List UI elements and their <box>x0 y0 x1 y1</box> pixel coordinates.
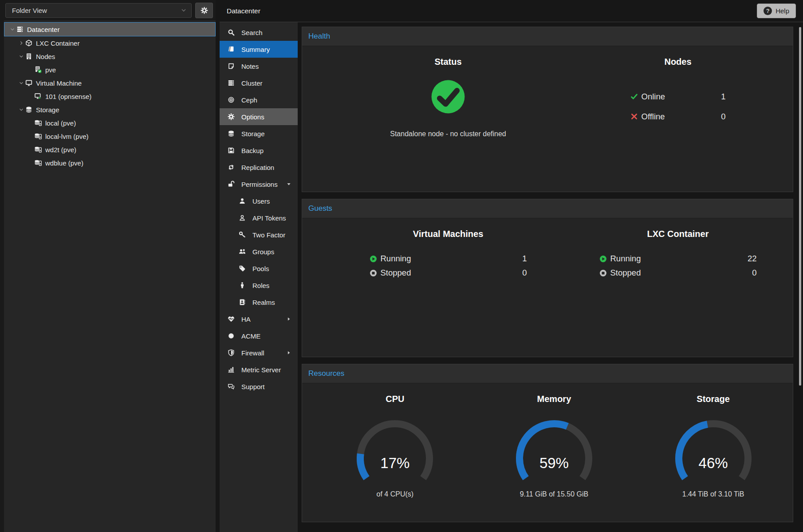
key-icon <box>239 231 246 238</box>
nav-item-pools[interactable]: Pools <box>220 260 298 277</box>
nav-item-search[interactable]: Search <box>220 24 298 41</box>
nav-item-summary[interactable]: Summary <box>220 41 298 58</box>
section-nav: SearchSummaryNotesClusterCephOptionsStor… <box>220 22 298 532</box>
gauge-percent: 59% <box>510 455 598 472</box>
nav-item-label: Two Factor <box>252 231 285 239</box>
nav-item-label: Backup <box>241 147 264 154</box>
cluster-icon <box>228 79 235 87</box>
caret-right-icon[interactable] <box>286 350 291 355</box>
nav-item-label: Permissions <box>241 181 278 188</box>
vm-stopped-row: Stopped 0 <box>370 266 527 280</box>
nav-item-acme[interactable]: ACME <box>220 327 298 344</box>
nav-item-notes[interactable]: Notes <box>220 58 298 75</box>
help-button-label: Help <box>775 7 789 15</box>
tree-node-local-lvm-pve[interactable]: local-lvm (pve) <box>4 130 216 143</box>
nav-item-groups[interactable]: Groups <box>220 243 298 260</box>
nav-item-two-factor[interactable]: Two Factor <box>220 226 298 243</box>
nav-item-metric-server[interactable]: Metric Server <box>220 361 298 378</box>
tree-node-storage[interactable]: Storage <box>4 103 216 116</box>
tree-node-pve[interactable]: pve <box>4 63 216 76</box>
help-button[interactable]: ? Help <box>757 4 796 18</box>
tree-node-lxc-container[interactable]: LXC Container <box>4 36 216 50</box>
chevron-down-icon[interactable] <box>17 107 25 112</box>
nav-item-backup[interactable]: Backup <box>220 142 298 159</box>
nav-item-label: Groups <box>252 248 274 256</box>
gauge-storage: Storage46%1.44 TiB of 3.10 TiB <box>634 383 793 498</box>
content-header: Datacenter ? Help <box>220 0 803 22</box>
nodes-title: Nodes <box>563 57 793 67</box>
chevron-down-icon[interactable] <box>17 54 25 59</box>
nav-item-label: API Tokens <box>252 214 286 222</box>
tree-node-local-pve[interactable]: local (pve) <box>4 116 216 130</box>
vm-title: Virtual Machines <box>333 229 563 239</box>
nav-item-firewall[interactable]: Firewall <box>220 344 298 361</box>
gauge-percent: 17% <box>350 455 439 472</box>
gauge-arc <box>350 416 439 483</box>
caret-down-icon[interactable] <box>286 181 291 187</box>
status-message: Standalone node - no cluster defined <box>333 130 563 138</box>
nav-item-cluster[interactable]: Cluster <box>220 75 298 91</box>
note-icon <box>228 63 235 70</box>
nav-item-api-tokens[interactable]: API Tokens <box>220 209 298 226</box>
address-book-icon <box>239 299 246 306</box>
nav-item-label: Support <box>241 383 265 390</box>
ceph-icon <box>228 96 235 103</box>
view-mode-select[interactable]: Folder View <box>5 3 192 18</box>
gauge-caption: 9.11 GiB of 15.50 GiB <box>520 490 588 498</box>
gauge-arc <box>510 416 598 483</box>
question-circle-icon: ? <box>764 7 772 15</box>
tree-node-label: local (pve) <box>45 119 76 127</box>
status-title: Status <box>333 57 563 67</box>
chevron-down-icon[interactable] <box>8 27 16 32</box>
lxc-running-row: Running 22 <box>599 252 757 266</box>
tree-node-datacenter[interactable]: Datacenter <box>4 22 216 36</box>
tree-settings-button[interactable] <box>195 3 213 18</box>
play-circle-icon <box>599 255 607 263</box>
tree-node-virtual-machine[interactable]: Virtual Machine <box>4 76 216 90</box>
caret-right-icon[interactable] <box>286 316 291 322</box>
tree-node-wd2t-pve[interactable]: wd2t (pve) <box>4 143 216 156</box>
nav-item-label: Search <box>241 29 263 36</box>
chevron-right-icon[interactable] <box>17 40 25 46</box>
nav-item-ha[interactable]: HA <box>220 311 298 327</box>
nodes-online-label: Online <box>642 92 665 102</box>
nav-item-label: Firewall <box>241 349 264 357</box>
resource-tree-sidebar: Folder View DatacenterLXC ContainerNodes… <box>0 0 216 532</box>
nav-item-users[interactable]: Users <box>220 193 298 209</box>
tree-node-label: Storage <box>36 106 59 114</box>
monitor-icon <box>25 79 36 87</box>
nav-item-roles[interactable]: Roles <box>220 277 298 294</box>
resources-panel-title: Resources <box>308 369 344 378</box>
chevron-down-icon[interactable] <box>17 80 25 86</box>
nav-item-label: Summary <box>241 46 270 53</box>
resource-gauges: CPU17%of 4 CPU(s)Memory59%9.11 GiB of 15… <box>302 383 793 498</box>
database-icon <box>25 106 36 113</box>
guests-panel-header: Guests <box>302 199 793 218</box>
gauge-cpu: CPU17%of 4 CPU(s) <box>315 383 475 498</box>
chevron-down-icon <box>181 7 187 13</box>
repeat-icon <box>228 164 235 171</box>
bar-chart-icon <box>228 366 235 373</box>
nav-item-support[interactable]: Support <box>220 378 298 395</box>
tree-node-label: local-lvm (pve) <box>45 133 89 140</box>
status-ok-icon <box>430 79 466 115</box>
nav-item-replication[interactable]: Replication <box>220 159 298 176</box>
person-icon <box>239 282 246 289</box>
tree-node-label: wd2t (pve) <box>45 146 76 154</box>
cube-icon <box>25 39 36 47</box>
tree-node-101-opnsense[interactable]: 101 (opnsense) <box>4 90 216 103</box>
nav-item-label: Storage <box>241 130 265 138</box>
tree-node-nodes[interactable]: Nodes <box>4 50 216 63</box>
health-panel-title: Health <box>308 32 330 41</box>
nodes-offline-label: Offline <box>642 112 665 122</box>
nav-item-permissions[interactable]: Permissions <box>220 176 298 193</box>
vertical-scrollbar[interactable] <box>799 27 801 386</box>
floppy-icon <box>228 147 235 154</box>
nav-item-ceph[interactable]: Ceph <box>220 91 298 108</box>
nav-item-storage[interactable]: Storage <box>220 125 298 142</box>
tree-node-wdblue-pve[interactable]: wdblue (pve) <box>4 156 216 169</box>
page-title: Datacenter <box>227 7 260 15</box>
nav-item-realms[interactable]: Realms <box>220 294 298 311</box>
nav-item-options[interactable]: Options <box>220 108 298 125</box>
health-status-column: Status Standalone node - no cluster defi… <box>333 46 563 192</box>
